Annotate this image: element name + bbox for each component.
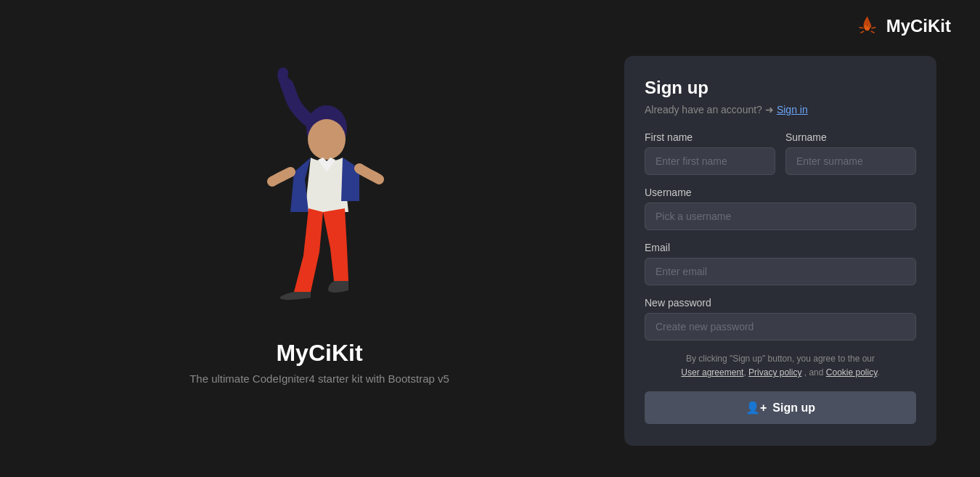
username-group: Username: [645, 187, 916, 230]
svg-line-0: [861, 31, 864, 33]
signup-button[interactable]: 👤+ Sign up: [645, 391, 916, 424]
svg-line-2: [859, 28, 863, 28]
svg-line-3: [872, 28, 875, 28]
first-name-group: First name: [645, 131, 775, 175]
terms-text-1: By clicking "Sign up" button, you agree …: [686, 354, 875, 364]
email-group: Email: [645, 242, 916, 285]
form-title: Sign up: [645, 78, 916, 98]
signup-form-card: Sign up Already have an account? ➜ Sign …: [624, 56, 936, 446]
surname-group: Surname: [785, 131, 916, 175]
first-name-input[interactable]: [645, 147, 775, 175]
terms-period: .: [877, 367, 879, 378]
user-agreement-link[interactable]: User agreement: [681, 367, 743, 378]
signin-prompt-text: Already have an account?: [645, 104, 762, 115]
signup-icon: 👤+: [746, 401, 767, 415]
username-input[interactable]: [645, 203, 916, 230]
main-content: MyCiKit The ultimate CodeIgniter4 starte…: [0, 52, 980, 477]
signin-arrow-icon: ➜: [765, 104, 774, 115]
surname-label: Surname: [785, 131, 916, 143]
svg-point-5: [308, 119, 346, 160]
privacy-policy-link[interactable]: Privacy policy: [748, 367, 801, 378]
name-row: First name Surname: [645, 131, 916, 175]
surname-input[interactable]: [785, 147, 916, 175]
flame-icon: [854, 13, 881, 39]
email-label: Email: [645, 242, 916, 253]
first-name-label: First name: [645, 131, 775, 143]
terms-text: By clicking "Sign up" button, you agree …: [645, 352, 916, 380]
password-label: New password: [645, 297, 916, 309]
password-input[interactable]: [645, 313, 916, 341]
logo-text: MyCiKit: [886, 16, 951, 36]
cookie-policy-link[interactable]: Cookie policy: [826, 367, 877, 378]
app-tagline: The ultimate CodeIgniter4 starter kit wi…: [189, 372, 449, 385]
password-group: New password: [645, 297, 916, 341]
svg-line-1: [871, 31, 874, 33]
terms-comma: ,: [743, 367, 746, 378]
top-bar: MyCiKit: [0, 0, 980, 52]
left-side: MyCiKit The ultimate CodeIgniter4 starte…: [44, 52, 595, 385]
email-input[interactable]: [645, 258, 916, 285]
logo: MyCiKit: [854, 13, 951, 39]
terms-and: , and: [804, 367, 824, 378]
signup-label: Sign up: [772, 401, 815, 415]
signin-prompt: Already have an account? ➜ Sign in: [645, 104, 916, 115]
username-label: Username: [645, 187, 916, 198]
illustration: [203, 67, 436, 328]
app-name: MyCiKit: [276, 340, 362, 367]
signin-link[interactable]: Sign in: [777, 104, 808, 115]
